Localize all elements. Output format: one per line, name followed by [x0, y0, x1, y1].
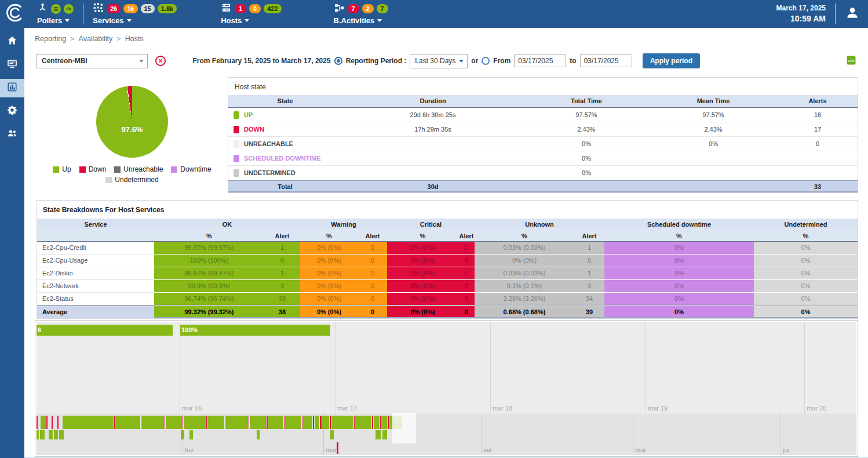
total-time-value: 0%: [524, 155, 649, 162]
down-state-chip: [234, 126, 239, 133]
ok-alert: 0: [264, 255, 300, 267]
services-warning-badge[interactable]: 16: [123, 4, 137, 13]
minimap-segment: [330, 430, 334, 439]
period-controls: From February 15, 2025 to March 17, 2025…: [193, 53, 700, 68]
critical-pct: 0% (0%): [387, 280, 458, 293]
centreon-logo[interactable]: [0, 0, 30, 28]
pie-legend-row-1: Up Down Unreachable Downtime: [37, 165, 228, 173]
ok-pct: 99.9% (99.9%): [154, 280, 264, 293]
breadcrumb-availability[interactable]: Availability: [79, 35, 113, 43]
unknown-pct: 0.03% (0.03%): [475, 242, 574, 255]
export-csv-button[interactable]: CSV: [846, 55, 856, 68]
unknown-alert: 1: [574, 242, 604, 255]
critical-alert: 0: [458, 293, 475, 306]
unknown-pct: 0.03% (0.03%): [475, 267, 574, 280]
timeline-minimap[interactable]: fevmaravrmaijui: [37, 413, 856, 455]
services-pending-badge[interactable]: 15: [141, 4, 155, 13]
minimap-segment: [267, 416, 268, 429]
custom-period-radio[interactable]: [482, 57, 490, 65]
clear-selection-button[interactable]: ×: [155, 56, 166, 66]
period-select[interactable]: Last 30 Days: [410, 54, 468, 68]
service-breakdown-row: Ec2-Status 96.74% (96.74%) 33 0% (0%) 0 …: [37, 293, 858, 306]
to-label: to: [570, 57, 576, 65]
host-state-title: Host state: [228, 78, 858, 95]
to-date-input[interactable]: [580, 54, 632, 67]
sidebar-item-home[interactable]: [0, 32, 24, 51]
reporting-period-label: Reporting Period :: [346, 57, 407, 65]
sidebar-item-reporting[interactable]: [0, 79, 24, 97]
column-header-alerts: Alerts: [778, 95, 858, 107]
apply-period-button[interactable]: Apply period: [643, 53, 700, 68]
timeline-day-label: mar 19: [648, 405, 668, 412]
reporting-period-radio[interactable]: [334, 57, 342, 65]
user-icon[interactable]: [845, 5, 860, 23]
undetermined-pct: 0%: [754, 255, 858, 267]
nav-hosts[interactable]: 1 0 422 Hosts: [214, 0, 288, 28]
nav-pollers[interactable]: Pollers: [30, 0, 81, 28]
unknown-pct: 0% (0%): [475, 255, 574, 267]
group-undetermined: Undetermined: [754, 219, 858, 230]
ok-alert: 1: [264, 267, 300, 280]
breadcrumb-reporting[interactable]: Reporting: [35, 35, 66, 43]
minimap-month-label: avr: [483, 446, 492, 453]
undetermined-state-chip: [234, 169, 239, 177]
minimap-segment: [184, 416, 206, 429]
breadcrumb-hosts[interactable]: Hosts: [125, 35, 144, 43]
from-date-input[interactable]: [514, 54, 566, 67]
nav-services[interactable]: 26 16 15 1.8k Services: [86, 0, 184, 28]
ba-critical-badge[interactable]: 7: [348, 4, 359, 13]
duration-value: 17h 29m 35s: [342, 126, 524, 133]
hosts-unreachable-badge[interactable]: 0: [249, 4, 261, 13]
minimap-segment: [355, 416, 371, 429]
sub-crit-pct: %: [387, 230, 458, 241]
ba-ok-badge[interactable]: 7: [377, 4, 388, 13]
services-critical-badge[interactable]: 26: [107, 4, 121, 13]
breadcrumb-separator: >: [116, 35, 121, 43]
total-alerts: 33: [778, 181, 858, 191]
sidebar-item-configuration[interactable]: [0, 102, 24, 121]
hosts-down-badge[interactable]: 1: [235, 4, 246, 13]
warning-pct: 0% (0%): [300, 242, 358, 255]
table-row-down: DOWN 17h 29m 35s 2.43% 2.43% 17: [228, 122, 858, 137]
host-group-select[interactable]: Centreon-MBI: [37, 54, 148, 68]
sidebar-item-administration[interactable]: [0, 125, 24, 144]
unknown-alert: 1: [574, 267, 604, 280]
table-row-scheduled-downtime: SCHEDULED DOWNTIME 0%: [228, 151, 858, 166]
minimap-selection-window[interactable]: [392, 413, 416, 444]
critical-pct: 0% (0%): [387, 242, 458, 255]
ok-pct: 99.32% (99.32%): [154, 306, 264, 318]
alerts-value: 0: [778, 140, 858, 147]
critical-pct: 0% (0%): [387, 293, 458, 306]
period-select-value: Last 30 Days: [415, 57, 455, 65]
availability-pie-block: 97.6% Up Down Unreachable Downtime Undet…: [37, 79, 228, 184]
critical-pct: 0% (0%): [387, 255, 458, 267]
ba-warning-badge[interactable]: 2: [362, 4, 374, 13]
service-breakdown-row: Ec2-Network 99.9% (99.9%) 3 0% (0%) 0 0%…: [37, 280, 858, 293]
warning-alert: 0: [358, 306, 387, 318]
unknown-pct: 3.26% (3.26%): [475, 293, 574, 306]
minimap-segment: [257, 430, 260, 439]
warning-alert: 0: [358, 280, 387, 293]
nav-bactivities[interactable]: 7 2 7 B.Activities: [327, 0, 395, 28]
unknown-alert: 3: [574, 280, 604, 293]
sub-crit-alert: Alert: [458, 230, 475, 241]
timeline-main-plot[interactable]: mar 16mar 17mar 18mar 19mar 206100%: [37, 322, 856, 413]
services-ok-badge[interactable]: 1.8k: [158, 4, 177, 13]
unknown-alert: 39: [574, 306, 604, 318]
legend-label: Down: [89, 165, 107, 173]
availability-pie[interactable]: 97.6%: [96, 86, 168, 158]
timeline-gridline: [490, 322, 491, 413]
sub-undet-pct: %: [754, 230, 858, 241]
minimap-segment: [183, 416, 183, 429]
service-breakdown-row: Ec2-Diskio 99.97% (99.97%) 1 0% (0%) 0 0…: [37, 267, 858, 280]
table-row-up: UP 29d 6h 30m 25s 97.57% 97.57% 16: [228, 108, 858, 122]
bar-chart-icon: [7, 82, 17, 94]
minimap-segment: [225, 416, 225, 429]
legend-label: Undetermined: [115, 176, 158, 184]
minimap-segment: [285, 416, 301, 429]
service-name: Ec2-Network: [37, 280, 154, 293]
minimap-segment: [114, 416, 115, 429]
sidebar-item-monitoring[interactable]: [0, 56, 24, 74]
gear-icon: [7, 105, 17, 118]
hosts-up-badge[interactable]: 422: [264, 4, 281, 13]
